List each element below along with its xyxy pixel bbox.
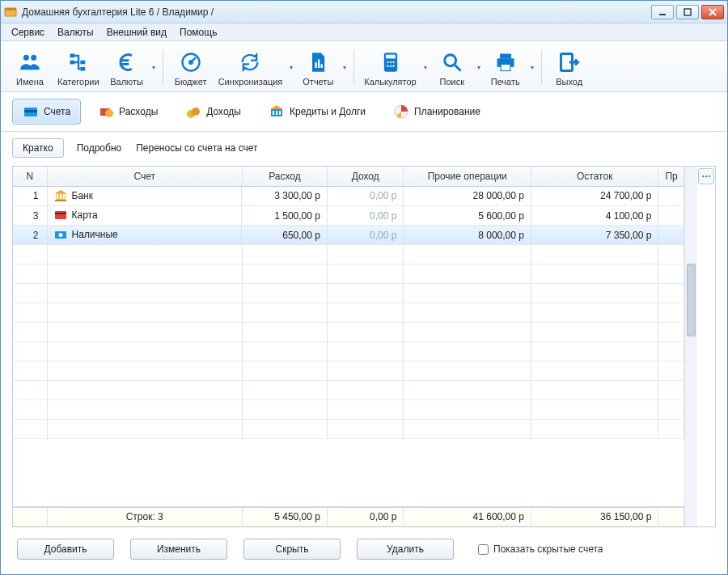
cell-extra: [658, 226, 684, 245]
reports-dropdown[interactable]: ▾: [341, 64, 349, 71]
minimize-button[interactable]: [651, 5, 674, 19]
delete-button[interactable]: Удалить: [357, 539, 454, 560]
svg-rect-45: [63, 194, 65, 199]
bank-icon: [54, 189, 67, 202]
svg-line-26: [455, 66, 460, 71]
calc-dropdown[interactable]: ▾: [421, 64, 430, 71]
svg-point-51: [702, 175, 704, 177]
add-button[interactable]: Добавить: [17, 539, 114, 560]
toolbar-categories-label: Категории: [57, 77, 99, 87]
table-row[interactable]: 2Наличные650,00 р0,00 р8 000,00 р7 350,0…: [13, 226, 684, 245]
table-row[interactable]: 1Банк3 300,00 р0,00 р28 000,00 р24 700,0…: [13, 187, 684, 206]
menu-currencies[interactable]: Валюты: [52, 25, 99, 40]
cell-expense: 1 500,00 р: [242, 206, 327, 226]
col-other[interactable]: Прочие операции: [404, 167, 531, 186]
cell-account: Наличные: [48, 226, 243, 245]
toolbar-categories[interactable]: Категории: [53, 46, 104, 88]
menu-service[interactable]: Сервис: [6, 25, 50, 40]
sync-dropdown[interactable]: ▾: [287, 64, 295, 71]
svg-rect-29: [501, 64, 510, 70]
svg-point-52: [705, 175, 707, 177]
svg-rect-11: [80, 67, 85, 71]
close-button[interactable]: [701, 5, 724, 19]
toolbar-names[interactable]: Имена: [7, 46, 53, 88]
search-dropdown[interactable]: ▾: [475, 64, 483, 71]
menu-help[interactable]: Помощь: [174, 25, 222, 40]
view-brief[interactable]: Кратко: [12, 138, 64, 158]
toolbar-exit[interactable]: Выход: [547, 46, 592, 88]
table-row[interactable]: 3Карта1 500,00 р0,00 р5 600,00 р4 100,00…: [13, 206, 684, 226]
section-planning-label: Планирование: [414, 106, 480, 117]
cell-extra: [658, 187, 684, 206]
grid-body[interactable]: 1Банк3 300,00 р0,00 р28 000,00 р24 700,0…: [13, 187, 684, 506]
hide-button[interactable]: Скрыть: [243, 539, 341, 560]
section-accounts[interactable]: Счета: [12, 99, 81, 125]
svg-point-20: [389, 61, 391, 63]
gauge-icon: [178, 49, 204, 75]
col-balance[interactable]: Остаток: [531, 167, 658, 186]
currencies-dropdown[interactable]: ▾: [150, 64, 158, 71]
cell-account: Банк: [48, 187, 243, 206]
toolbar-budget[interactable]: Бюджет: [168, 46, 214, 88]
printer-icon: [493, 49, 518, 75]
section-credits-label: Кредиты и Долги: [290, 106, 366, 117]
svg-point-50: [58, 233, 62, 237]
svg-point-53: [709, 175, 710, 177]
cell-extra: [658, 206, 684, 226]
grid-footer: Строк: 3 5 450,00 р 0,00 р 41 600,00 р 3…: [13, 506, 684, 527]
app-window: Домашняя бухгалтерия Lite 6 / Владимир /…: [0, 0, 728, 575]
section-expenses[interactable]: Расходы: [87, 99, 168, 125]
svg-rect-40: [279, 111, 281, 115]
col-expense[interactable]: Расход: [242, 167, 327, 186]
footer-balance: 36 150,00 р: [531, 507, 658, 526]
section-planning[interactable]: Планирование: [383, 99, 491, 125]
view-tabs: Кратко Подробно Переносы со счета на сче…: [12, 138, 716, 158]
svg-rect-15: [318, 60, 320, 69]
edit-button[interactable]: Изменить: [130, 539, 227, 560]
section-credits[interactable]: Кредиты и Долги: [258, 99, 376, 125]
cell-n: 1: [13, 187, 47, 206]
view-detailed[interactable]: Подробно: [75, 139, 124, 157]
svg-point-36: [192, 108, 200, 116]
expenses-icon: [98, 104, 114, 120]
toolbar-sync[interactable]: Синхронизация: [214, 46, 288, 88]
col-income[interactable]: Доход: [327, 167, 403, 186]
show-hidden-checkbox[interactable]: Показать скрытые счета: [478, 543, 603, 555]
print-dropdown[interactable]: ▾: [528, 64, 536, 71]
menu-view[interactable]: Внешний вид: [101, 25, 172, 40]
svg-rect-48: [55, 213, 66, 214]
section-accounts-label: Счета: [44, 106, 70, 117]
cell-other: 5 600,00 р: [404, 206, 531, 226]
svg-rect-44: [60, 194, 61, 199]
cash-icon: [54, 228, 67, 241]
section-income[interactable]: Доходы: [175, 99, 252, 125]
maximize-button[interactable]: [676, 5, 699, 19]
view-transfers[interactable]: Переносы со счета на счет: [134, 139, 259, 157]
toolbar-calculator[interactable]: Калькулятор: [359, 46, 421, 88]
empty-row: [13, 420, 684, 439]
empty-row: [13, 400, 684, 420]
toolbar-search[interactable]: Поиск: [430, 46, 475, 88]
toolbar-print[interactable]: Печать: [483, 46, 528, 88]
sync-icon: [237, 49, 263, 75]
show-hidden-input[interactable]: [478, 544, 489, 555]
empty-row: [13, 264, 684, 284]
toolbar-exit-label: Выход: [556, 77, 582, 87]
col-n[interactable]: N: [13, 167, 47, 186]
search-icon: [439, 49, 465, 75]
cell-other: 8 000,00 р: [404, 226, 531, 245]
svg-rect-10: [80, 61, 85, 65]
svg-rect-38: [273, 111, 274, 115]
col-account[interactable]: Счет: [47, 167, 242, 186]
grid-options-button[interactable]: [698, 168, 714, 184]
vertical-scrollbar[interactable]: [684, 167, 697, 526]
empty-row: [13, 303, 684, 323]
toolbar-currencies[interactable]: Валюты: [104, 46, 150, 88]
empty-row: [13, 245, 684, 264]
col-extra[interactable]: Пр: [658, 167, 684, 186]
toolbar-reports[interactable]: Отчеты: [295, 46, 341, 88]
cell-expense: 650,00 р: [242, 226, 327, 245]
card-icon: [54, 209, 67, 222]
svg-rect-43: [57, 194, 58, 199]
cell-balance: 4 100,00 р: [531, 206, 658, 226]
